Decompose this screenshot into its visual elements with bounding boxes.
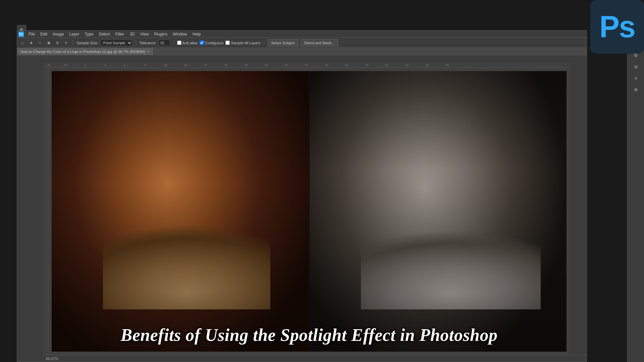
options-separator-3 xyxy=(173,40,174,46)
portrait-right-bw xyxy=(310,71,567,352)
sample-all-layers-label: Sample All Layers xyxy=(231,41,260,45)
ruler-num-11: 45 xyxy=(265,64,268,67)
sample-size-select[interactable]: Point Sample xyxy=(100,40,132,46)
contiguous-label: Contiguous xyxy=(205,41,224,45)
contiguous-group[interactable]: Contiguous xyxy=(200,41,224,45)
ruler-num-17: 81 xyxy=(385,64,388,67)
portrait-left-color xyxy=(52,71,309,352)
anti-alias-group[interactable]: Anti-alias xyxy=(177,41,198,45)
options-separator-4 xyxy=(264,40,264,46)
ruler-num-0: -21 xyxy=(47,64,51,67)
ruler-num-8: 27 xyxy=(204,64,207,67)
menu-help[interactable]: Help xyxy=(190,32,204,37)
ruler-vertical xyxy=(43,68,48,355)
ruler-num-1: -15 xyxy=(63,64,67,67)
status-bar: 66.67% xyxy=(43,355,587,362)
tool-icon-4[interactable]: ⊞ xyxy=(54,40,61,46)
tool-icon-3[interactable]: ▣ xyxy=(45,40,52,46)
ruler-num-19: 93 xyxy=(426,64,429,67)
zoom-status: 66.67% xyxy=(46,357,58,361)
ruler-num-16: 75 xyxy=(365,64,368,67)
menu-select[interactable]: Select xyxy=(96,32,112,37)
tool-icon-2[interactable]: □ xyxy=(37,40,43,46)
ruler-num-7: 21 xyxy=(184,64,187,67)
ruler-num-15: 69 xyxy=(345,64,348,67)
menu-image[interactable]: Image xyxy=(50,32,66,37)
ruler-num-18: 87 xyxy=(406,64,409,67)
home-icon[interactable]: ⌂ xyxy=(19,40,26,46)
menu-window[interactable]: Window xyxy=(170,32,190,37)
ps-menu-icon: Ps xyxy=(18,32,24,37)
tool-icon-5[interactable]: ≋ xyxy=(63,40,69,46)
menu-type[interactable]: Type xyxy=(82,32,96,37)
ruler-num-20: 99 xyxy=(446,64,449,67)
menu-bar: Ps File Edit Image Layer Type Select Fil… xyxy=(17,31,587,38)
menu-layer[interactable]: Layer xyxy=(66,32,82,37)
contiguous-checkbox[interactable] xyxy=(200,41,204,45)
ruler-num-13: 57 xyxy=(305,64,308,67)
ruler-num-2: -9 xyxy=(84,64,86,67)
sample-all-layers-checkbox[interactable] xyxy=(225,41,230,45)
anti-alias-checkbox[interactable] xyxy=(177,41,181,45)
ruler-horizontal: -21 -15 -9 -3 3 9 15 21 27 33 39 45 51 5… xyxy=(43,63,570,68)
right-panel: ⬚ ⊞ ⚙ ⊜ ≡ ⊕ xyxy=(627,25,644,362)
document-tab[interactable]: How to Change the Color of a Logo in Pho… xyxy=(17,48,153,55)
tab-title: How to Change the Color of a Logo in Pho… xyxy=(20,50,145,54)
adjust-panel-icon[interactable]: ⊜ xyxy=(631,62,641,72)
menu-3d[interactable]: 3D xyxy=(127,32,137,37)
options-separator-1 xyxy=(73,40,73,46)
portrait-left-overlay xyxy=(52,71,309,352)
canvas xyxy=(52,71,567,352)
tab-bar: How to Change the Color of a Logo in Pho… xyxy=(17,48,587,55)
sample-size-label: Sample Size: xyxy=(76,41,98,45)
portrait-right-overlay xyxy=(310,71,567,352)
tab-close-button[interactable]: × xyxy=(147,50,149,53)
ruler-num-9: 33 xyxy=(224,64,227,67)
ruler-num-10: 39 xyxy=(245,64,248,67)
ruler-num-14: 63 xyxy=(325,64,328,67)
select-subject-button[interactable]: Select Subject xyxy=(268,39,299,47)
ruler-num-3: -3 xyxy=(104,64,106,67)
menu-plugins[interactable]: Plugins xyxy=(152,32,170,37)
options-bar: ⌂ ■ □ ▣ ⊞ ≋ Sample Size: Point Sample To… xyxy=(17,38,587,48)
menu-edit[interactable]: Edit xyxy=(38,32,50,37)
sample-all-layers-group[interactable]: Sample All Layers xyxy=(225,41,260,45)
ruler-num-5: 9 xyxy=(144,64,145,67)
ruler-num-4: 3 xyxy=(124,64,125,67)
options-separator-2 xyxy=(136,40,136,46)
tool-icon-1[interactable]: ■ xyxy=(28,40,35,46)
tolerance-input[interactable] xyxy=(159,40,170,46)
canvas-area: Benefits of Using the Spotlight Effect i… xyxy=(48,68,570,355)
stacks-panel-icon[interactable]: ⊕ xyxy=(631,84,641,95)
menu-file[interactable]: File xyxy=(26,32,38,37)
ruler-num-12: 51 xyxy=(285,64,288,67)
select-and-mask-button[interactable]: Select and Mask... xyxy=(301,39,338,47)
layers-panel-icon[interactable]: ≡ xyxy=(631,73,641,83)
ps-logo: Ps xyxy=(590,0,644,54)
menu-filter[interactable]: Filter xyxy=(113,32,127,37)
tolerance-label: Tolerance: xyxy=(140,41,157,45)
menu-view[interactable]: View xyxy=(138,32,152,37)
ps-window: Ps File Edit Image Layer Type Select Fil… xyxy=(17,30,587,362)
ruler-num-6: 15 xyxy=(164,64,167,67)
ps-logo-text: Ps xyxy=(599,10,635,44)
anti-alias-label: Anti-alias xyxy=(182,41,198,45)
